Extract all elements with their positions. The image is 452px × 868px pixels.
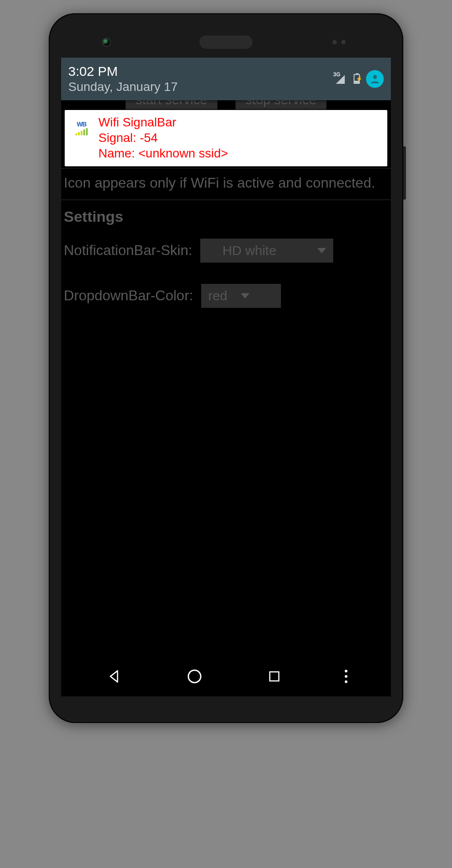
svg-point-0: [373, 75, 377, 79]
shade-time: 3:02 PM: [68, 64, 178, 79]
settings-header: Settings: [61, 203, 391, 235]
notificationbar-skin-spinner[interactable]: HD white: [200, 239, 333, 263]
chevron-down-icon: [241, 293, 249, 298]
notification-shade-header[interactable]: 3:02 PM Sunday, January 17 3G ⚡: [61, 58, 391, 100]
battery-charging-icon: ⚡: [354, 74, 360, 84]
notification-ssid: Name: <unknown ssid>: [98, 145, 228, 161]
menu-overflow-icon[interactable]: [345, 670, 347, 683]
back-button[interactable]: [105, 667, 124, 686]
recents-button[interactable]: [265, 667, 284, 686]
svg-point-1: [188, 670, 201, 683]
notification-card[interactable]: WB Wifi SignalBar Signal: -54 Name: <unk…: [65, 110, 387, 166]
dropdownbar-color-label: DropdownBar-Color:: [64, 287, 193, 304]
dropdownbar-color-spinner[interactable]: red: [201, 284, 281, 308]
spinner-value: red: [208, 288, 227, 303]
cellular-signal-icon: 3G: [334, 74, 347, 84]
user-avatar-icon[interactable]: [366, 70, 384, 88]
notificationbar-skin-label: NotificationBar-Skin:: [64, 242, 192, 259]
notification-signal: Signal: -54: [98, 130, 228, 145]
home-button[interactable]: [185, 667, 204, 686]
screen: V start service stop service Icon appear…: [61, 58, 391, 696]
navigation-bar: [61, 656, 391, 696]
shade-date: Sunday, January 17: [68, 80, 178, 94]
notification-title: Wifi SignalBar: [98, 114, 228, 130]
hint-text: Icon appears only if WiFi is active and …: [61, 171, 391, 197]
wifi-signalbar-app-icon: WB: [71, 117, 92, 138]
spinner-value: HD white: [222, 243, 277, 258]
svg-rect-2: [270, 672, 279, 681]
chevron-down-icon: [317, 248, 326, 253]
